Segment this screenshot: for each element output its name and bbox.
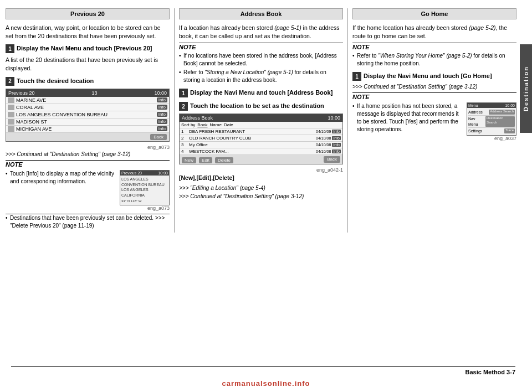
note-item-previous20-0: Touch [Info] to display a map of the vic…	[6, 170, 117, 185]
screen-previous20-header: Previous 20 13 10:00	[6, 89, 169, 97]
ab-num-1: 2	[181, 136, 188, 141]
ab-name-2: My Office	[189, 142, 316, 147]
note2-gohome: NOTE If a home position has not been sto…	[352, 92, 516, 141]
edit-btn[interactable]: Edit	[199, 157, 212, 163]
note-label-gh: NOTE	[352, 44, 516, 50]
ab-footer-btns: New Edit Delete	[182, 156, 234, 163]
info-btn-2[interactable]: Info	[157, 112, 167, 117]
gh-screen-caption: eng_a037	[352, 136, 516, 141]
ab-num-3: 4	[181, 149, 188, 154]
new-btn[interactable]: New	[182, 157, 196, 163]
step1-ab: 1 Display the Navi Menu and touch [Addre…	[179, 89, 343, 97]
gh-mini-label2: Settings	[468, 128, 482, 133]
mini-caption: eng_a073	[6, 205, 170, 211]
screen1-caption: eng_a073	[6, 145, 170, 150]
mini-gh-body: Address Address Search Nav Menu Destinat…	[467, 108, 516, 135]
row-text-1: CORAL AVE	[16, 105, 157, 110]
mini-map-content: LOS ANGELESCONVENTION BUREAULOS ANGELESC…	[121, 177, 168, 204]
gh-mini-row1: Nav Menu Destination Search	[468, 116, 515, 127]
bottom-bar: Basic Method 3-7	[11, 366, 515, 375]
sort-name[interactable]: Name	[210, 122, 222, 127]
ab-date-3: 04/10/08	[316, 149, 331, 153]
ab-info-3[interactable]: Info	[332, 149, 341, 153]
ab-title: Address Book	[182, 115, 213, 121]
ab-time: 10:00	[328, 115, 340, 121]
step1-ab-title: Display the Navi Menu and touch [Address…	[190, 89, 332, 96]
screen-row-1: CORAL AVE Info	[6, 104, 169, 111]
row-text-4: MICHIGAN AVE	[16, 126, 157, 132]
row-icon-1	[8, 105, 14, 110]
content-area: Previous 20 A new destination, way point…	[6, 8, 521, 233]
gh-mini-row2: Settings Trace	[468, 128, 515, 134]
note-item-gh-0: Refer to "When Storing Your Home" (page …	[352, 52, 516, 68]
sort-date[interactable]: Date	[224, 122, 233, 127]
step1-ab-num: 1	[179, 89, 188, 97]
step2-previous20: 2 Touch the desired location	[6, 77, 170, 86]
note-item-ab-0: If no locations have been stored in the …	[179, 52, 343, 68]
ab-num-0: 1	[181, 129, 188, 134]
step1-gh-title: Display the Navi Menu and touch [Go Home…	[364, 72, 492, 80]
step2-ab-title: Touch the location to be set as the dest…	[190, 102, 324, 110]
step1-gh: 1 Display the Navi Menu and touch [Go Ho…	[352, 72, 516, 81]
note2-with-img-gh: If a home position has not been stored, …	[352, 102, 516, 135]
step1-gh-num: 1	[352, 72, 361, 81]
ab-info-1[interactable]: Info	[332, 136, 341, 140]
screen-row-3: MADISON ST Info	[6, 118, 169, 126]
screen-row-2: LOS ANGELES CONVENTION BUREAU Info	[6, 111, 169, 118]
continued-previous20: >>> Continued at "Destination Setting" (…	[6, 151, 170, 157]
ab-sub-ref: >>> "Editing a Location" (page 5-4)	[179, 185, 343, 191]
ab-date-2: 04/10/08	[316, 143, 331, 147]
ab-name-0: DBA FRESH RESTAURANT	[189, 129, 316, 134]
ab-row-2: 3 My Office 04/10/08 Info	[180, 142, 342, 148]
ab-num-2: 3	[181, 142, 188, 147]
ab-footer: New Edit Delete Back	[180, 155, 342, 164]
ab-date-0: 04/10/09	[316, 130, 331, 133]
destination-tab: Destination	[520, 44, 532, 133]
delete-btn[interactable]: Delete	[215, 157, 233, 163]
row-icon-2	[8, 112, 14, 117]
screen-previous20-page: 13	[91, 90, 97, 96]
note-with-img: Touch [Info] to display a map of the vic…	[6, 170, 170, 205]
page-number: Basic Method 3-7	[466, 369, 515, 375]
screen-previous20-title: Previous 20	[8, 90, 35, 96]
row-text-3: MADISON ST	[16, 119, 157, 125]
info-btn-1[interactable]: Info	[157, 105, 167, 110]
screen-previous20-footer: Back	[6, 133, 169, 141]
ab-sub-caption: [New],[Edit],[Delete]	[179, 174, 343, 182]
row-icon-0	[8, 97, 14, 103]
intro-addressbook: If a location has already been stored (p…	[179, 24, 343, 40]
info-btn-3[interactable]: Info	[157, 119, 167, 124]
bullet-previous20-0: Destinations that have been previously s…	[6, 214, 170, 230]
ab-date-1: 04/10/08	[316, 136, 331, 140]
ab-header: Address Book 10:00	[180, 114, 342, 122]
gh-mini-btn0: Address Search	[489, 110, 515, 115]
note2-item-gh-0: If a home position has not been stored, …	[352, 102, 464, 133]
note-addressbook: NOTE If no locations have been stored in…	[179, 43, 343, 84]
continued-ab: >>> Continued at "Destination Setting" (…	[179, 193, 343, 199]
ab-info-2[interactable]: Info	[332, 143, 341, 147]
ab-sub-caption-bold: [New],[Edit],[Delete]	[179, 174, 234, 181]
info-btn-0[interactable]: Info	[157, 97, 167, 102]
column-previous20: Previous 20 A new destination, way point…	[6, 8, 175, 233]
info-btn-4[interactable]: Info	[157, 126, 167, 131]
row-icon-4	[8, 126, 14, 132]
gh-mini-label0: Address	[468, 110, 483, 115]
row-text-2: LOS ANGELES CONVENTION BUREAU	[16, 112, 157, 117]
ab-info-0[interactable]: Info	[332, 130, 341, 133]
ab-name-1: OLD RANCH COUNTRY CLUB	[189, 136, 316, 141]
row-text-0: MARINE AVE	[16, 97, 157, 103]
gh-mini-btn2: Trace	[504, 128, 515, 133]
mini-gh-title: Menu	[468, 104, 478, 107]
ab-row-0: 1 DBA FRESH RESTAURANT 04/10/09 Info	[180, 128, 342, 135]
back-btn-ab[interactable]: Back	[324, 156, 340, 163]
screen-addressbook: Address Book 10:00 Sort by Book Name Dat…	[179, 114, 343, 164]
note2-text-col-gh: If a home position has not been stored, …	[352, 102, 464, 135]
page-container: Previous 20 A new destination, way point…	[0, 0, 532, 392]
gh-mini-btn1: Destination Search	[485, 116, 515, 126]
sort-label: Sort by	[181, 122, 195, 127]
screen-row-4: MICHIGAN AVE Info	[6, 126, 169, 133]
back-btn-previous20[interactable]: Back	[150, 134, 167, 140]
ab-screen-caption: eng_a042-1	[179, 167, 343, 173]
sort-book[interactable]: Book	[197, 122, 207, 127]
mini-header-time: 10:00	[158, 171, 168, 175]
